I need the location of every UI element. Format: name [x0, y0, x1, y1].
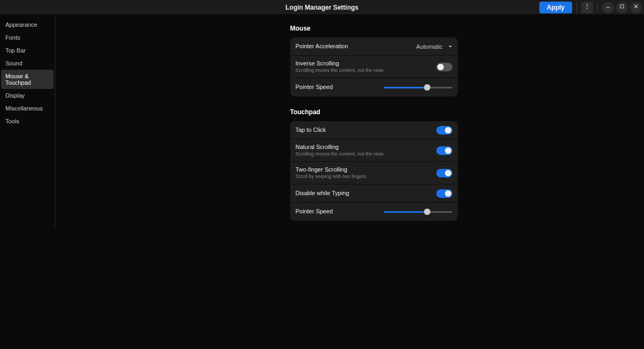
pointer-accel-combo[interactable]: Automatic [416, 43, 452, 50]
window-title: Login Manager Settings [286, 4, 358, 11]
combo-value: Automatic [416, 43, 443, 50]
apply-button[interactable]: Apply [539, 2, 572, 13]
content: Mouse Pointer Acceleration Automatic [55, 15, 644, 349]
tap-to-click-row: Tap to Click [290, 121, 458, 139]
disable-typing-switch[interactable] [436, 189, 452, 198]
touchpad-group: Tap to Click Natural Scrolling Scrolling… [290, 121, 458, 221]
sidebar-item-tools[interactable]: Tools [1, 115, 54, 128]
maximize-icon [619, 3, 625, 11]
tap-to-click-switch[interactable] [436, 126, 452, 135]
svg-point-2 [587, 8, 588, 9]
svg-point-0 [587, 4, 588, 5]
menu-button[interactable] [581, 2, 593, 13]
row-labels: Natural Scrolling Scrolling moves the co… [296, 144, 385, 157]
row-labels: Inverse Scrolling Scrolling moves the co… [296, 60, 385, 73]
touchpad-pointer-speed-slider[interactable] [384, 208, 452, 216]
inverse-scroll-label: Inverse Scrolling [296, 60, 385, 68]
inverse-scroll-switch[interactable] [436, 63, 452, 71]
mouse-group: Pointer Acceleration Automatic Inverse S… [290, 38, 458, 96]
sidebar-item-display[interactable]: Display [1, 89, 54, 102]
minimize-icon [605, 3, 611, 11]
row-labels: Two-finger Scrolling Scroll by swiping w… [296, 166, 368, 180]
two-finger-switch[interactable] [436, 169, 452, 177]
sidebar-item-fonts[interactable]: Fonts [1, 31, 54, 44]
disable-typing-label: Disable while Typing [296, 190, 349, 197]
chevron-down-icon [448, 43, 452, 50]
content-inner: Mouse Pointer Acceleration Automatic [290, 25, 458, 349]
mouse-section-heading: Mouse [290, 25, 458, 32]
disable-typing-row: Disable while Typing [290, 184, 458, 203]
pointer-accel-label: Pointer Acceleration [296, 43, 348, 50]
svg-rect-3 [606, 8, 610, 8]
separator [576, 3, 577, 12]
row-labels: Pointer Speed [296, 208, 333, 216]
sidebar-item-miscellaneous[interactable]: Miscellaneous [1, 102, 54, 115]
pointer-accel-row: Pointer Acceleration Automatic [290, 38, 458, 56]
touchpad-pointer-speed-label: Pointer Speed [296, 208, 333, 216]
two-finger-row: Two-finger Scrolling Scroll by swiping w… [290, 162, 458, 184]
row-labels: Tap to Click [296, 127, 326, 134]
natural-scroll-label: Natural Scrolling [296, 144, 385, 151]
close-icon [633, 3, 639, 11]
sidebar-item-mouse-touchpad[interactable]: Mouse & Touchpad [1, 70, 54, 89]
inverse-scroll-row: Inverse Scrolling Scrolling moves the co… [290, 56, 458, 78]
sidebar-item-appearance[interactable]: Appearance [1, 18, 54, 31]
sidebar-item-sound[interactable]: Sound [1, 57, 54, 70]
touchpad-pointer-speed-row: Pointer Speed [290, 203, 458, 221]
mouse-pointer-speed-label: Pointer Speed [296, 84, 333, 91]
tap-to-click-label: Tap to Click [296, 127, 326, 134]
mouse-pointer-speed-slider[interactable] [384, 84, 452, 91]
row-labels: Pointer Speed [296, 84, 333, 91]
svg-point-1 [587, 6, 588, 7]
close-button[interactable] [630, 2, 642, 13]
headerbar: Login Manager Settings Apply [0, 0, 644, 15]
touchpad-section-heading: Touchpad [290, 108, 458, 116]
two-finger-sub: Scroll by swiping with two fingers. [296, 174, 368, 180]
kebab-icon [584, 3, 590, 11]
natural-scroll-row: Natural Scrolling Scrolling moves the co… [290, 139, 458, 162]
two-finger-label: Two-finger Scrolling [296, 166, 368, 174]
headerbar-right: Apply [539, 0, 642, 14]
inverse-scroll-sub: Scrolling moves the content, not the vie… [296, 68, 385, 73]
maximize-button[interactable] [616, 2, 628, 13]
minimize-button[interactable] [602, 2, 614, 13]
sidebar: AppearanceFontsTop BarSoundMouse & Touch… [0, 15, 55, 229]
row-labels: Pointer Acceleration [296, 43, 348, 50]
row-labels: Disable while Typing [296, 190, 349, 197]
separator [597, 3, 598, 12]
sidebar-item-top-bar[interactable]: Top Bar [1, 44, 54, 57]
svg-rect-4 [620, 5, 624, 8]
natural-scroll-sub: Scrolling moves the content, not the vie… [296, 151, 385, 157]
main-body: AppearanceFontsTop BarSoundMouse & Touch… [0, 15, 644, 349]
natural-scroll-switch[interactable] [436, 146, 452, 155]
mouse-pointer-speed-row: Pointer Speed [290, 78, 458, 96]
